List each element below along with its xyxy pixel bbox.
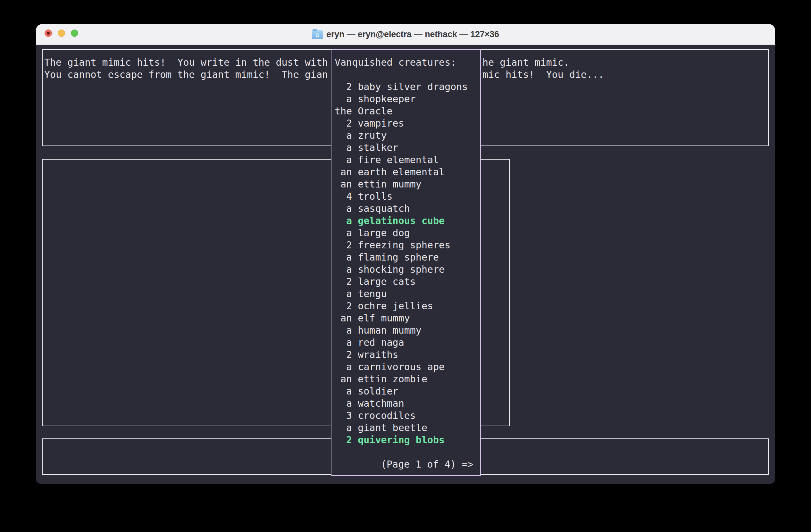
menu-item: a watchman	[335, 397, 468, 410]
menu-item: 4 trolls	[335, 190, 468, 203]
menu-item: a shocking sphere	[335, 263, 468, 276]
menu-item: a soldier	[335, 385, 468, 397]
menu-item: a stalker	[335, 142, 468, 154]
house-glyph-icon: ⌂	[316, 32, 320, 38]
menu-item: 2 wraiths	[335, 349, 468, 361]
message-line-2-right: mic hits! You die...	[483, 68, 604, 81]
title-area: ⌂ eryn — eryn@electra — nethack — 127×36	[36, 24, 775, 45]
menu-item: a zruty	[335, 129, 468, 142]
menu-pager[interactable]: (Page 1 of 4) =>	[381, 458, 473, 470]
window-title: eryn — eryn@electra — nethack — 127×36	[326, 30, 499, 40]
menu-item: a large dog	[335, 227, 468, 239]
home-folder-icon[interactable]: ⌂	[312, 30, 323, 39]
menu-item: an earth elemental	[335, 166, 468, 178]
menu-title: Vanquished creatures:	[335, 57, 456, 68]
menu-item: 2 large cats	[335, 276, 468, 288]
vanquished-creatures-menu: Vanquished creatures: 2 baby silver drag…	[331, 49, 481, 476]
menu-item: 2 baby silver dragons	[335, 81, 468, 93]
titlebar[interactable]: ⌂ eryn — eryn@electra — nethack — 127×36	[36, 24, 775, 45]
message-line-1-right: he giant mimic.	[483, 57, 569, 68]
menu-item: a giant beetle	[335, 422, 468, 434]
menu-item: 2 quivering blobs	[335, 434, 468, 446]
menu-item: a shopkeeper	[335, 93, 468, 105]
menu-item: 2 vampires	[335, 117, 468, 129]
terminal-content[interactable]: The giant mimic hits! You write in the d…	[36, 45, 775, 484]
menu-item: 2 ochre jellies	[335, 300, 468, 312]
menu-item: an elf mummy	[335, 312, 468, 324]
menu-item: a gelatinous cube	[335, 215, 468, 227]
menu-item: 2 freezing spheres	[335, 239, 468, 251]
menu-item: a sasquatch	[335, 203, 468, 215]
menu-item: a human mummy	[335, 324, 468, 337]
menu-item: an ettin mummy	[335, 178, 468, 190]
terminal-window: ⌂ eryn — eryn@electra — nethack — 127×36…	[36, 24, 775, 484]
menu-item: a flaming sphere	[335, 251, 468, 263]
menu-item: 3 crocodiles	[335, 410, 468, 422]
menu-item: an ettin zombie	[335, 373, 468, 385]
folder-tab	[312, 29, 317, 31]
message-line-2-left: You cannot escape from the giant mimic! …	[44, 68, 328, 81]
menu-item: a tengu	[335, 288, 468, 300]
menu-item: a red naga	[335, 337, 468, 349]
message-line-1-left: The giant mimic hits! You write in the d…	[44, 57, 328, 68]
menu-item: a carnivorous ape	[335, 361, 468, 373]
menu-item-list: 2 baby silver dragons a shopkeeperthe Or…	[335, 81, 468, 446]
menu-item: the Oracle	[335, 105, 468, 117]
menu-item: a fire elemental	[335, 154, 468, 166]
